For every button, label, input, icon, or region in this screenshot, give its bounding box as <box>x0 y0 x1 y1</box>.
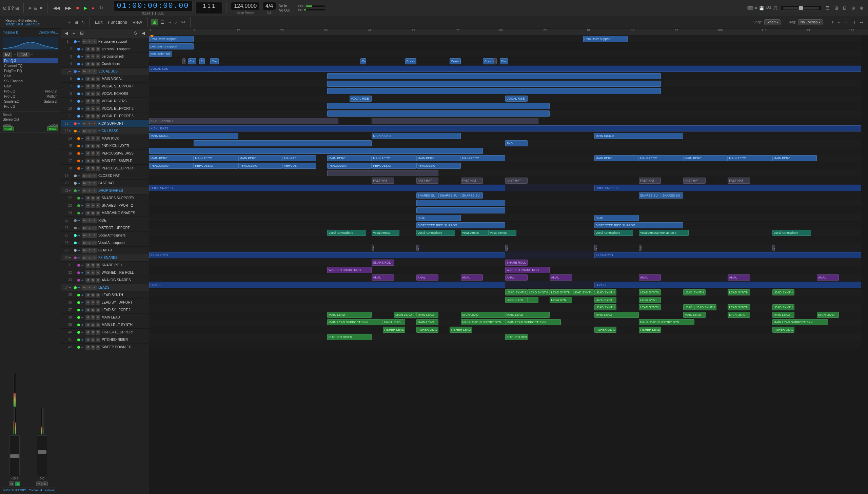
clip-123[interactable]: MAIN LEAD <box>394 312 417 318</box>
record-button-25[interactable]: R <box>92 218 97 223</box>
track-controls-19[interactable]: MSR <box>82 173 97 178</box>
view-mode-buttons[interactable]: ⊞ ☰ ~ ♪ ✂ <box>151 19 187 25</box>
track-controls-29[interactable]: MSR <box>82 248 97 253</box>
mute-button-3[interactable]: M <box>86 54 90 59</box>
track-controls-5[interactable]: MSR <box>82 69 97 74</box>
clip-71[interactable]: DISTROTED RIDE SUPPOR <box>594 222 684 228</box>
mute-button-32[interactable]: M <box>86 270 90 275</box>
track-lane-38[interactable]: MAIN LEADMAIN LEADMAIN LEADMAIN LEADMAIN… <box>149 311 861 319</box>
track-controls-1[interactable]: MSR <box>82 39 97 44</box>
clip-131[interactable]: MAIN LEAD <box>817 312 839 318</box>
input-button[interactable]: Input <box>17 52 30 57</box>
view-menu[interactable]: View <box>131 19 144 25</box>
clip-115[interactable]: LEAD SYNT <box>639 297 661 303</box>
clip-52[interactable]: FAST HAT <box>372 177 394 184</box>
mute-btn-1[interactable]: M <box>9 481 14 486</box>
track-controls-17[interactable]: MSR <box>86 158 100 163</box>
add-track-button[interactable]: + <box>66 19 72 26</box>
track-row-32[interactable]: 32⇒MSRWASHED...RE ROLL <box>61 269 149 277</box>
solo-button-6[interactable]: S <box>91 77 95 81</box>
track-expand-13[interactable]: ▾ <box>69 129 73 133</box>
clip-134[interactable]: MAIN LEAD <box>417 319 439 325</box>
clip-28[interactable] <box>193 140 372 146</box>
clip-16[interactable] <box>327 81 661 87</box>
record-button-30[interactable]: R <box>92 255 97 260</box>
track-controls-25[interactable]: MSR <box>82 218 97 223</box>
fast-forward-button[interactable]: ▶▶ <box>63 5 73 11</box>
track-controls-8[interactable]: MSR <box>86 92 100 96</box>
track-lane-10[interactable] <box>149 102 861 110</box>
clip-113[interactable]: LEAD SYNT <box>550 297 572 303</box>
mute-button-12[interactable]: M <box>82 121 87 126</box>
zoom-in-button[interactable]: + <box>830 19 836 25</box>
clip-4[interactable]: C <box>182 58 185 64</box>
record-button-38[interactable]: R <box>96 315 100 320</box>
stereo-out-send[interactable]: Stereo Out <box>3 117 58 122</box>
clip-128[interactable]: MAIN LEAD <box>683 312 706 318</box>
mute-button-17[interactable]: M <box>86 158 90 163</box>
list-mode-button[interactable]: ☰ <box>159 19 166 25</box>
clip-50[interactable]: PERCUSSIO <box>417 163 461 169</box>
record-button-39[interactable]: R <box>96 323 100 327</box>
track-lane-1[interactable]: Percussive supportPercussive support <box>149 35 861 43</box>
clip-126[interactable]: MAIN LEAD <box>505 312 550 318</box>
tracks-scroll-area[interactable]: Percussive supportPercussive supportperc… <box>149 35 868 494</box>
clip-76[interactable]: Vocal Atmos <box>488 230 516 236</box>
track-row-9[interactable]: 9⇒MSRVOCAL RISERS <box>61 98 149 105</box>
clip-104[interactable]: LEAD SYNTH <box>550 289 572 296</box>
solo-button-42[interactable]: S <box>91 345 95 350</box>
track-lane-22[interactable]: SNARES SUSNARES SUSNARES SUSNARES SUSNAR… <box>149 192 861 199</box>
clip-7[interactable]: Cra <box>210 58 219 64</box>
track-row-21[interactable]: 21▾⇒MSRDROP SNARES <box>61 187 149 194</box>
solo-button-13[interactable]: S <box>87 129 92 133</box>
clip-2[interactable]: percussii...r support <box>149 43 193 50</box>
mute-button-10[interactable]: M <box>86 107 90 111</box>
track-controls-32[interactable]: MSR <box>86 270 100 275</box>
solo-btn-1[interactable]: S <box>15 481 20 486</box>
right-view-buttons[interactable]: ☰ ⊞ ⊟ ⊕ ⊗ <box>824 5 865 11</box>
clip-23[interactable] <box>372 118 538 124</box>
mute-button-21[interactable]: M <box>82 188 87 193</box>
add-track-header-button[interactable]: + <box>71 30 77 37</box>
mute-button-35[interactable]: M <box>86 293 90 298</box>
track-row-26[interactable]: 26⇒MSRDISTROT...UPPORT <box>61 224 149 232</box>
record-button-4[interactable]: R <box>96 62 100 66</box>
clip-26[interactable]: MAIN KICK.5 <box>372 133 461 139</box>
mute-button-41[interactable]: M <box>86 338 90 342</box>
plugin-item-prol2-1[interactable]: Pro-L 2Pro-C 2 <box>3 89 58 94</box>
clip-0[interactable]: Percussive support <box>149 36 193 42</box>
clip-44[interactable]: PERCUSSIO <box>149 163 193 169</box>
track-row-24[interactable]: 24⇒MSRMARCHING SNARES <box>61 209 149 217</box>
clip-74[interactable]: Vocal Atmosphere <box>417 230 455 236</box>
clip-6[interactable]: Cr <box>199 58 205 64</box>
solo-button-30[interactable]: S <box>87 255 92 260</box>
track-controls-37[interactable]: MSR <box>86 308 100 312</box>
mute-button-14[interactable]: M <box>86 136 90 141</box>
record-button-33[interactable]: R <box>96 278 100 283</box>
clip-37[interactable]: MAIN PERC <box>417 155 461 161</box>
clip-60[interactable]: DROP SNARES <box>594 185 862 191</box>
rewind-button[interactable]: ◀◀ <box>52 5 62 11</box>
solo-button-31[interactable]: S <box>91 263 95 268</box>
clip-101[interactable]: LEADS <box>594 282 862 288</box>
plugin-item-proq3[interactable]: Pro-Q 3 <box>3 58 58 63</box>
eq-button[interactable]: EQ <box>3 52 12 57</box>
track-controls-38[interactable]: MSR <box>86 315 100 320</box>
clip-108[interactable]: LEAD SYNTH <box>683 289 706 296</box>
clip-133[interactable]: MAIN LEAD <box>383 319 405 325</box>
clip-106[interactable]: LEAD SYNTH <box>594 289 617 296</box>
clip-46[interactable]: PERCUSSIO <box>238 163 283 169</box>
clip-139[interactable]: FISHER LEAD <box>383 327 405 333</box>
clip-120[interactable]: LEAD SYNTH <box>727 304 750 310</box>
plugin-item-puigtec[interactable]: PuigTec EQ <box>3 69 58 74</box>
solo-button-18[interactable]: S <box>91 166 95 171</box>
mute-button-37[interactable]: M <box>86 308 90 312</box>
record-button-27[interactable]: R <box>92 233 97 238</box>
track-lane-2[interactable]: percussii...r support <box>149 43 861 50</box>
clip-143[interactable]: FISHER LEAD SUPPORT <box>639 327 661 333</box>
solo-button-9[interactable]: S <box>91 99 95 104</box>
edit-menu[interactable]: Edit <box>93 19 104 25</box>
mute-button-5[interactable]: M <box>82 69 87 74</box>
track-controls-21[interactable]: MSR <box>82 188 97 193</box>
track-lane-42[interactable] <box>149 341 861 348</box>
